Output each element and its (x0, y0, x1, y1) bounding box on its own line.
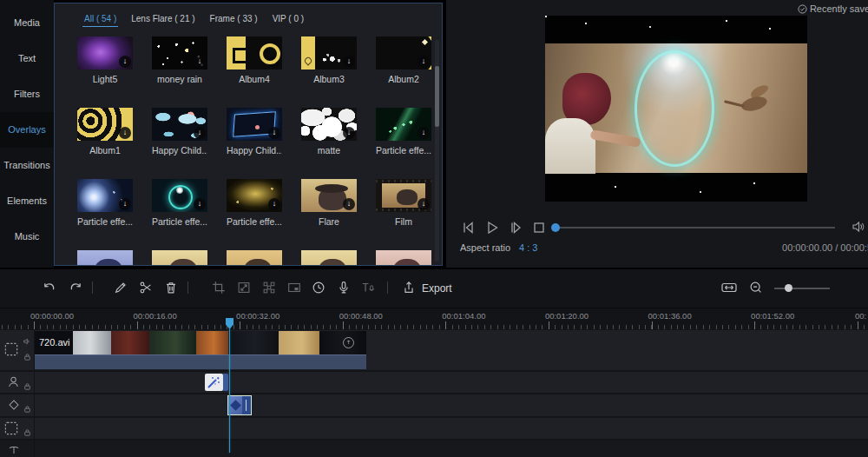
matte-thumbnail[interactable]: ↓ (301, 108, 357, 141)
duration-button[interactable] (311, 280, 326, 295)
download-icon[interactable]: ↓ (343, 127, 355, 139)
download-icon[interactable]: ↓ (194, 56, 206, 68)
download-icon[interactable]: ↓ (418, 56, 430, 68)
download-icon[interactable]: ↓ (418, 198, 430, 210)
fit-timeline-button[interactable] (720, 280, 736, 295)
overlay-item[interactable]: ↓Particle effe... (152, 179, 207, 229)
download-icon[interactable]: ↓ (343, 198, 355, 210)
overlay-item[interactable]: ↓Happy Child... (152, 108, 207, 158)
particle-blue-thumbnail[interactable]: ↓ (77, 179, 133, 212)
particle-green-thumbnail[interactable]: ↓ (376, 108, 431, 141)
sidebar-item-transitions[interactable]: Transitions (0, 148, 54, 183)
delete-button[interactable] (163, 280, 179, 295)
preview-video[interactable] (545, 16, 807, 202)
track-lock-icon[interactable] (23, 428, 31, 436)
split-button[interactable] (138, 280, 154, 295)
overlay-item[interactable]: ↓Happy Child... (227, 108, 282, 158)
happy2-thumbnail[interactable]: ↓ (227, 108, 282, 141)
aspect-ratio-value[interactable]: 4 : 3 (519, 242, 537, 253)
timeline-zoom-handle[interactable] (785, 284, 792, 292)
next-frame-button[interactable] (507, 219, 524, 236)
sidebar-item-overlays[interactable]: Overlays (0, 112, 54, 148)
export-label[interactable]: Export (422, 282, 452, 295)
volume-button[interactable] (851, 219, 866, 235)
play-button[interactable] (483, 219, 501, 236)
download-icon[interactable]: ↓ (268, 56, 280, 68)
sidebar-item-filters[interactable]: Filters (0, 76, 54, 112)
overlay-item[interactable] (152, 250, 207, 266)
seek-handle[interactable] (551, 223, 560, 232)
download-icon[interactable]: ↓ (268, 198, 280, 210)
crop-button[interactable] (211, 280, 227, 295)
sidebar-item-text[interactable]: Text (0, 41, 54, 76)
zoom-out-button[interactable] (748, 280, 764, 295)
overlay-item[interactable]: ↓Album2 (376, 36, 431, 87)
download-icon[interactable]: ↓ (194, 127, 206, 139)
text-to-speech-button[interactable] (360, 280, 376, 295)
redo-button[interactable] (68, 280, 83, 295)
seek-bar[interactable] (553, 227, 835, 228)
album1-thumbnail[interactable]: ↓ (77, 108, 133, 141)
dog-warm-thumbnail[interactable] (152, 250, 207, 266)
dog-pink-thumbnail[interactable] (376, 250, 431, 266)
download-icon[interactable]: ↓ (418, 127, 430, 139)
film-thumbnail[interactable]: ↓ (376, 179, 431, 212)
album4-thumbnail[interactable]: ↓ (227, 36, 282, 70)
download-icon[interactable]: ↓ (343, 56, 355, 68)
overlay-clip-selected[interactable] (227, 395, 252, 415)
overlay-item[interactable]: ↓Flare (301, 179, 357, 229)
light5-thumbnail[interactable]: ↓ (77, 36, 133, 70)
track-lock-icon[interactable] (23, 382, 31, 390)
dog-warm3-thumbnail[interactable] (301, 250, 357, 266)
overlay-item[interactable]: ↓matte (301, 108, 357, 158)
money-rain-thumbnail[interactable]: ↓ (152, 36, 207, 70)
download-icon[interactable]: ↓ (119, 56, 131, 68)
album2-thumbnail[interactable]: ↓ (376, 36, 431, 70)
sidebar-item-media[interactable]: Media (0, 5, 54, 41)
download-icon[interactable]: ↓ (194, 198, 206, 210)
effect-clip[interactable] (205, 374, 228, 391)
album3-thumbnail[interactable]: ↓ (301, 36, 357, 70)
overlay-item[interactable]: ↓Particle effe... (77, 179, 133, 229)
tab-2[interactable]: Frame ( 33 ) (208, 14, 260, 27)
dog-blue-thumbnail[interactable] (77, 250, 133, 266)
overlay-item[interactable] (301, 250, 357, 266)
edit-button[interactable] (113, 280, 128, 295)
export-button[interactable] (401, 280, 417, 295)
sidebar-item-elements[interactable]: Elements (0, 183, 54, 219)
download-icon[interactable]: ↓ (119, 198, 131, 210)
overlay-item[interactable]: ↓Album1 (77, 108, 133, 158)
overlay-item[interactable] (77, 250, 133, 266)
track-lock-icon[interactable] (23, 405, 31, 413)
overlays-scrollbar-thumb[interactable] (435, 66, 439, 127)
dog-warm2-thumbnail[interactable] (227, 250, 282, 266)
overlay-item[interactable]: ↓Particle effe... (376, 108, 431, 158)
overlay-item[interactable]: ↓Light5 (77, 36, 133, 87)
pip-button[interactable] (286, 280, 302, 295)
transform-button[interactable] (236, 280, 252, 295)
track-mute-icon[interactable] (23, 337, 31, 346)
happy1-thumbnail[interactable]: ↓ (152, 108, 207, 141)
tab-3[interactable]: VIP ( 0 ) (271, 14, 306, 27)
tab-0[interactable]: All ( 54 ) (82, 14, 118, 27)
overlay-item[interactable]: ↓Particle effe... (227, 179, 282, 229)
particle-ring-thumbnail[interactable]: ↓ (152, 179, 207, 212)
previous-frame-button[interactable] (460, 219, 477, 236)
overlay-item[interactable]: ↓money rain (152, 36, 207, 87)
video-clip-720avi[interactable]: 720.avi T (35, 331, 366, 369)
download-icon[interactable]: ↓ (268, 127, 280, 139)
download-icon[interactable]: ↓ (119, 127, 131, 139)
stop-button[interactable] (530, 219, 548, 236)
overlay-item[interactable] (227, 250, 282, 266)
sidebar-item-music[interactable]: Music (0, 219, 54, 255)
flare-thumbnail[interactable]: ↓ (301, 179, 357, 212)
particle-gold-thumbnail[interactable]: ↓ (227, 179, 282, 212)
overlay-item[interactable]: ↓Film (376, 179, 431, 229)
timeline-ruler[interactable]: 00:00:00.0000:00:16.0000:00:32.0000:00:4… (0, 308, 868, 330)
undo-button[interactable] (42, 280, 57, 295)
playhead-line[interactable] (229, 329, 230, 453)
record-voiceover-button[interactable] (336, 280, 352, 295)
timeline-zoom-slider[interactable] (774, 288, 830, 289)
tab-1[interactable]: Lens Flare ( 21 ) (129, 14, 196, 27)
mosaic-button[interactable] (261, 280, 277, 295)
